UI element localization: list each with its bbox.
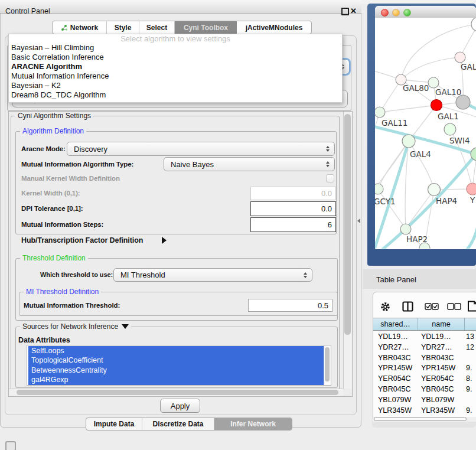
which-threshold-label: Which threshold to use: <box>40 271 113 278</box>
new-table-icon[interactable] <box>467 301 476 312</box>
attr-list-scrollbar-thumb[interactable] <box>325 347 330 381</box>
table-row[interactable]: YBR043C YBR043C <box>373 353 476 363</box>
settings-vscrollbar-thumb[interactable] <box>344 114 351 335</box>
network-edge <box>409 141 434 190</box>
algorithm-definition-title: Algorithm Definition <box>20 127 86 135</box>
table-row[interactable]: YDR27… YDR27… 12 <box>373 342 476 353</box>
settings-hscrollbar-thumb[interactable] <box>17 390 338 395</box>
tab-discretize-data[interactable]: Discretize Data <box>142 418 214 430</box>
mi-algorithm-type-combo[interactable]: Naive Bayes <box>164 157 335 171</box>
network-node[interactable] <box>467 183 476 195</box>
table-rows: YDL19… YDL19… 13 YDR27… YDR27… 12 YBR043… <box>373 331 476 419</box>
panel-divider-arrow-icon[interactable] <box>357 219 360 223</box>
network-graph: GALGAL80GAL10GAL1GAL11SWI4GAL4GCY1HAP4YH… <box>375 18 476 249</box>
network-node[interactable] <box>471 18 476 31</box>
column-header-name[interactable]: name <box>418 318 465 330</box>
mi-threshold-field[interactable]: 0.5 <box>248 299 332 312</box>
network-node[interactable] <box>375 184 383 194</box>
algorithm-option[interactable]: Mutual Information Inference <box>9 71 342 81</box>
algorithm-option[interactable]: Basic Correlation Inference <box>9 53 342 62</box>
tab-jactivemnodules[interactable]: jActiveMNodules <box>237 21 311 34</box>
unselect-all-checkboxes-icon[interactable] <box>447 303 461 310</box>
control-panel-titlebar[interactable] <box>0 0 361 14</box>
data-attribute-item[interactable]: TopologicalCoefficient <box>28 356 324 365</box>
collapsed-panel-icon[interactable] <box>5 441 16 450</box>
table-panel-title: Table Panel <box>376 275 416 284</box>
network-canvas[interactable]: GALGAL80GAL10GAL1GAL11SWI4GAL4GCY1HAP4YH… <box>375 18 476 249</box>
kernel-width-label: Kernel Width (0,1): <box>21 190 80 197</box>
tab-cyni-toolbox[interactable]: Cyni Toolbox <box>175 21 237 34</box>
tab-cyni-toolbox-label: Cyni Toolbox <box>184 24 228 32</box>
algorithm-option[interactable]: ARACNE Algorithm <box>9 62 342 71</box>
close-icon[interactable]: ✕ <box>350 6 357 15</box>
data-attribute-item[interactable]: gal4RGexp <box>28 375 324 384</box>
cell-shared-name: YDL19… <box>378 332 408 341</box>
control-panel-title: Control Panel <box>5 7 50 15</box>
gear-icon[interactable] <box>380 302 390 312</box>
bottom-tabbar: Impute Data Discretize Data Infer Networ… <box>86 418 292 431</box>
network-node[interactable] <box>455 52 465 63</box>
network-node[interactable] <box>431 100 442 111</box>
network-node[interactable] <box>428 77 439 88</box>
threshold-definition-title: Threshold Definition <box>20 254 88 262</box>
table-row[interactable]: YPR145W YPR145W 9. <box>373 363 476 373</box>
cell-shared-name: YDR27… <box>378 343 409 351</box>
data-attributes-list[interactable]: SelfLoopsTopologicalCoefficientBetweenne… <box>27 345 331 386</box>
close-traffic-light[interactable] <box>381 9 389 17</box>
algorithm-option[interactable]: Bayesian – Hill Climbing <box>9 43 342 53</box>
mi-algorithm-type-value: Naive Bayes <box>171 160 214 169</box>
table-row[interactable]: YDL19… YDL19… 13 <box>373 331 476 342</box>
manual-kernel-width-checkbox[interactable] <box>326 174 334 182</box>
table-row[interactable]: YBL079W YBL079W <box>373 394 476 405</box>
kernel-width-field[interactable]: 0.0 <box>250 187 336 200</box>
cell-shared-name: YBL079W <box>378 396 411 404</box>
minimize-traffic-light[interactable] <box>392 9 400 17</box>
algorithm-option[interactable]: Bayesian – K2 <box>9 81 342 90</box>
algorithm-option[interactable]: Dream8 DC_TDC Algorithm <box>9 90 342 100</box>
float-window-icon[interactable] <box>341 8 349 15</box>
network-node[interactable] <box>444 123 456 135</box>
table-row[interactable]: YER054C YER054C 8. <box>373 373 476 384</box>
network-window-titlebar[interactable] <box>375 6 476 18</box>
cell-name: YDL19… <box>421 332 451 341</box>
tab-jactivemnodules-label: jActiveMNodules <box>246 24 303 32</box>
column-header-shared[interactable]: shared… <box>373 318 418 330</box>
table-hscrollbar-thumb[interactable] <box>374 417 467 421</box>
network-node[interactable] <box>428 184 441 196</box>
dpi-tolerance-field[interactable]: 0.0 <box>250 201 336 216</box>
apply-button[interactable]: Apply <box>160 399 200 413</box>
sources-collapse-arrow-icon[interactable] <box>122 324 129 329</box>
which-threshold-combo[interactable]: MI Threshold <box>113 268 312 282</box>
cell-shared-name: YPR145W <box>378 364 412 372</box>
network-node[interactable] <box>456 95 470 109</box>
tab-infer-network[interactable]: Infer Network <box>214 418 292 430</box>
tab-select[interactable]: Select <box>139 21 175 34</box>
dpi-tolerance-label: DPI Tolerance [0,1]: <box>21 205 83 212</box>
table-row[interactable]: YLR345W YLR345W 9. <box>373 405 476 416</box>
tab-network[interactable]: Network <box>53 21 107 34</box>
network-node[interactable] <box>375 107 385 118</box>
cell-value: 9. <box>466 385 472 393</box>
cell-name: YDR27… <box>421 343 452 351</box>
network-node[interactable] <box>400 224 411 234</box>
hub-expand-arrow-icon[interactable] <box>162 237 167 244</box>
tab-style[interactable]: Style <box>107 21 139 34</box>
table-row[interactable]: YBR045C YBR045C 9. <box>373 384 476 394</box>
network-node[interactable] <box>402 135 415 148</box>
column-header-partial[interactable] <box>465 318 476 330</box>
data-attributes-label: Data Attributes <box>18 336 70 344</box>
select-all-checkboxes-icon[interactable] <box>425 303 439 310</box>
hub-definition-label: Hub/Transcription Factor Definition <box>21 236 143 244</box>
data-attribute-item[interactable]: SelfLoops <box>28 346 324 356</box>
zoom-traffic-light[interactable] <box>403 9 411 17</box>
cyni-algorithm-settings-title: Cyni Algorithm Settings <box>15 112 93 120</box>
network-node-label: GAL <box>461 62 476 71</box>
mi-steps-field[interactable]: 6 <box>250 217 336 232</box>
algorithm-dropdown-popup: Select algorithm to view settings Bayesi… <box>8 34 343 103</box>
mi-algorithm-type-label: Mutual Information Algorithm Type: <box>21 161 133 168</box>
data-attribute-item[interactable]: BetweennessCentrality <box>28 366 324 375</box>
tab-impute-data[interactable]: Impute Data <box>86 418 142 430</box>
aracne-mode-combo[interactable]: Discovery <box>67 142 335 156</box>
cell-name: YER054C <box>421 374 454 383</box>
columns-icon[interactable] <box>402 301 413 312</box>
